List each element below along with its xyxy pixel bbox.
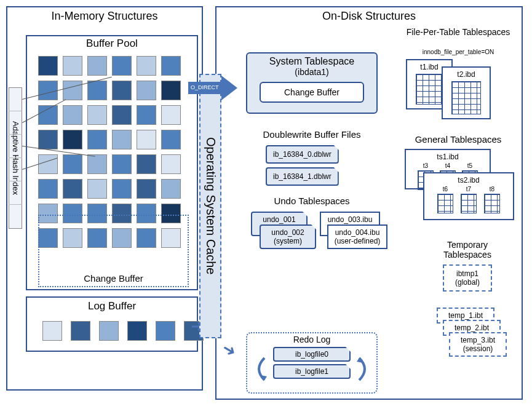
buffer-pool-page [161,179,181,199]
buffer-pool-page [63,105,82,125]
log-buffer-page [42,321,62,341]
buffer-pool: Buffer Pool Change Buffer [26,35,198,290]
table-icon [461,194,477,213]
log-buffer-page [156,321,175,341]
buffer-pool-page [63,130,82,149]
table-icon [484,194,500,213]
buffer-pool-page [63,81,82,100]
buffer-pool-page [87,105,107,125]
buffer-pool-page [112,154,132,174]
log-buffer-title: Log Buffer [27,300,197,312]
fpt-sub: innodb_file_per_table=ON [400,49,517,55]
redo-title: Redo Log [247,335,376,344]
doublewrite-title: Doublewrite Buffer Files [246,129,378,140]
ahi-divider [9,181,22,181]
ibtmp1: ibtmp1 (global) [443,264,492,292]
buffer-pool-page [87,56,107,76]
buffer-pool-page [137,154,156,174]
buffer-pool-page [112,105,132,125]
log-buffer: Log Buffer [26,296,198,352]
dblwr-file-1: ib_16384_1.dblwr [266,167,339,186]
buffer-pool-page [87,130,107,149]
buffer-pool-page [161,105,181,125]
temp-3: temp_3.ibt (session) [449,332,507,357]
buffer-pool-page [63,179,82,199]
dblwr-file-0: ib_16384_0.dblwr [266,145,339,164]
cycle-arrow-icon [354,355,373,383]
buffer-pool-page [112,179,132,199]
table-icon [451,81,481,114]
log-buffer-page [127,321,147,341]
buffer-pool-page [87,154,107,174]
sys-tablespace-title: System Tablespace [247,56,376,67]
buffer-pool-page [63,154,82,174]
undo-file-002: undo_002 (system) [260,224,316,249]
undo-title: Undo Tablespaces [246,196,378,206]
buffer-pool-page [38,56,58,76]
buffer-pool-page [161,81,181,100]
buffer-pool-page [63,56,82,76]
buffer-pool-page [38,154,58,174]
redo-log: Redo Log ib_logfile0 ib_logfile1 [246,332,378,394]
buffer-pool-page [137,81,156,100]
adaptive-hash-index: Adaptive Hash Index [9,87,22,229]
buffer-pool-page [38,130,58,149]
redo-file-1: ib_logfile1 [273,364,351,379]
ahi-divider [9,204,22,205]
general-title: General Tablespaces [400,134,517,145]
sys-tablespace-sub: (ibdata1) [247,67,376,77]
buffer-pool-page [161,56,181,76]
o-direct-arrow: O_DIRECT [188,76,237,100]
temp-title: Temporary Tablespaces [424,240,510,260]
buffer-pool-page [137,105,156,125]
ahi-divider [9,111,22,111]
change-buffer-region: Change Buffer [38,215,189,287]
table-icon [437,194,453,213]
ahi-divider [9,157,22,158]
t2-ibd: t2.ibd [442,66,491,119]
buffer-pool-page [38,179,58,199]
buffer-pool-page [161,154,181,174]
buffer-pool-title: Buffer Pool [27,36,197,51]
in-memory-structures: In-Memory Structures Buffer Pool Change … [6,6,203,391]
o-direct-label: O_DIRECT [191,84,219,90]
os-cache: Operating System Cache [199,74,221,338]
buffer-pool-page [137,130,156,149]
buffer-pool-page [137,56,156,76]
table-icon [416,74,443,105]
buffer-pool-page [137,179,156,199]
log-buffer-page [71,321,90,341]
undo-file-004: undo_004.ibu (user-defined) [327,224,387,249]
buffer-pool-page [161,130,181,149]
change-buffer-label: Change Buffer [39,273,188,284]
log-buffer-row [42,321,204,341]
on-disk-title: On-Disk Structures [216,7,522,25]
buffer-pool-page [87,179,107,199]
sys-change-buffer: Change Buffer [260,82,364,103]
cycle-arrow-icon [251,355,269,383]
ts2-ibd: ts2.ibd t6 t7 t8 [423,172,514,220]
log-buffer-page [99,321,119,341]
buffer-pool-page [112,130,132,149]
fpt-title: File-Per-Table Tablespaces [400,27,517,37]
buffer-pool-page [112,81,132,100]
system-tablespace: System Tablespace (ibdata1) Change Buffe… [246,52,378,114]
buffer-pool-page [87,81,107,100]
redo-file-0: ib_logfile0 [273,347,351,362]
ahi-divider [9,134,22,135]
in-memory-title: In-Memory Structures [7,7,202,25]
buffer-pool-page [112,56,132,76]
